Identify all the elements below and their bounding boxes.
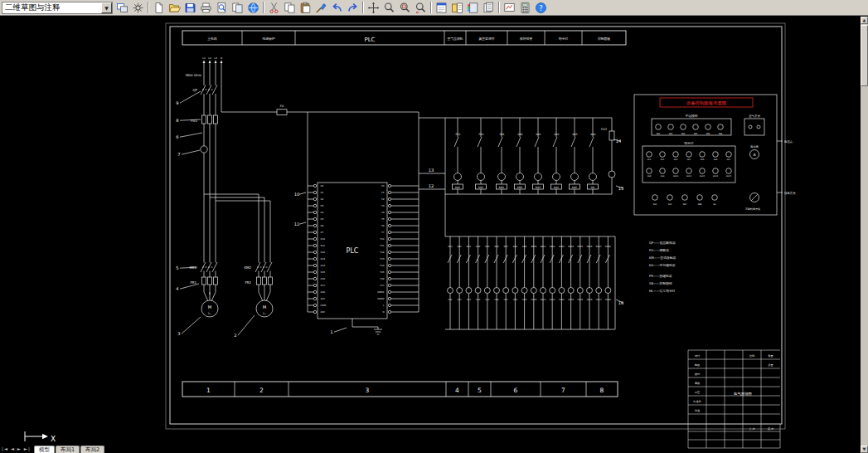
lamp-label: HL7 bbox=[504, 299, 508, 301]
redo-button[interactable] bbox=[345, 1, 361, 15]
zoom-previous-button[interactable] bbox=[413, 1, 429, 15]
save-icon bbox=[184, 2, 196, 14]
plc-input-label: X20 bbox=[321, 290, 326, 294]
layout-tab[interactable]: 布局1 bbox=[56, 446, 80, 453]
lamp-contact-label: KA7 bbox=[504, 246, 508, 248]
plc-terminal bbox=[313, 204, 316, 207]
save-button[interactable] bbox=[182, 1, 198, 15]
zoom-realtime-button[interactable] bbox=[381, 1, 397, 15]
indicator-lamp bbox=[550, 288, 555, 294]
contact-label: KA2 bbox=[554, 133, 559, 136]
panel-button-label: SB1 bbox=[657, 133, 661, 135]
coil-label: KM1 bbox=[499, 186, 505, 189]
scroll-thumb[interactable] bbox=[861, 25, 868, 86]
plc-input-label: COM bbox=[321, 304, 327, 307]
match-properties-button[interactable] bbox=[313, 1, 329, 15]
toolbar-buttons: ? bbox=[114, 0, 549, 16]
workspace-combo[interactable]: 二维草图与注释 ▼ bbox=[2, 2, 113, 14]
contact-tick bbox=[553, 137, 557, 147]
qnew-button[interactable] bbox=[151, 1, 167, 15]
layout-tab[interactable]: 模型 bbox=[34, 446, 55, 453]
lamp-contact-label: KA12 bbox=[550, 246, 555, 248]
paste-button[interactable] bbox=[298, 1, 313, 15]
tab-nav-icons[interactable]: |◄ ◄ ► ►| bbox=[2, 446, 31, 453]
callout-number: 3 bbox=[177, 331, 180, 336]
indicator-lamp bbox=[531, 288, 536, 294]
layout-tab[interactable]: 布局2 bbox=[80, 446, 104, 453]
relay-coil bbox=[571, 173, 579, 181]
toolbar-separator bbox=[362, 2, 364, 13]
contact-tick bbox=[550, 255, 554, 263]
lamp-label: HL1 bbox=[448, 299, 452, 301]
properties-button[interactable] bbox=[434, 1, 449, 15]
design-center-button[interactable] bbox=[449, 1, 465, 15]
plc-input-label: X13 bbox=[321, 257, 326, 261]
plc-output-label: Y0 bbox=[381, 184, 385, 188]
plc-terminal bbox=[313, 290, 316, 293]
plc-input-label: X21 bbox=[321, 297, 326, 300]
drawing-canvas[interactable]: 380V 50Hz L1 L2 L3 N QF FU1 FU FU2 KM1 K… bbox=[0, 17, 861, 453]
motor1-sub: 3~ bbox=[208, 312, 212, 315]
cut-button[interactable] bbox=[266, 1, 282, 15]
markup-button[interactable] bbox=[502, 1, 517, 15]
lamp-contact-label: KA9 bbox=[522, 246, 526, 248]
publish-button[interactable] bbox=[230, 1, 245, 15]
quick-calc-button[interactable] bbox=[517, 1, 533, 15]
lamp-contact-label: KA8 bbox=[513, 246, 517, 248]
plc-terminal bbox=[313, 191, 316, 193]
plc-terminal bbox=[313, 244, 316, 246]
plot-preview-icon bbox=[216, 2, 228, 14]
panel-button bbox=[693, 124, 699, 130]
vertical-scrollbar[interactable]: ▲ ▼ bbox=[861, 17, 868, 453]
help-icon: ? bbox=[535, 2, 547, 14]
workspace-combo-value: 二维草图与注释 bbox=[2, 2, 101, 13]
panel-control bbox=[667, 195, 673, 201]
etransmit-button[interactable] bbox=[245, 1, 261, 15]
properties-icon bbox=[435, 2, 448, 14]
panel-lamp bbox=[673, 152, 679, 158]
lamp-contact-label: KA1 bbox=[448, 246, 452, 248]
match-properties-icon bbox=[315, 2, 327, 14]
sheet-set-button[interactable] bbox=[481, 1, 497, 15]
callout-number: 5 bbox=[176, 265, 178, 270]
plot-button[interactable] bbox=[198, 1, 214, 15]
open-button[interactable] bbox=[167, 1, 182, 15]
plot-preview-button[interactable] bbox=[214, 1, 230, 15]
plc-terminal bbox=[313, 284, 316, 286]
scroll-down-icon[interactable]: ▼ bbox=[861, 446, 868, 453]
fu1-label: FU1 bbox=[191, 119, 197, 123]
indicator-lamp bbox=[484, 288, 490, 294]
help-button[interactable]: ? bbox=[533, 1, 549, 15]
toolbar-separator bbox=[430, 2, 432, 13]
panel-control bbox=[652, 195, 658, 201]
plc-input-label: 24V bbox=[321, 310, 326, 314]
relay-coil bbox=[535, 173, 542, 181]
plc-output-label: N bbox=[382, 310, 384, 314]
lamp-label: HL4 bbox=[476, 299, 480, 301]
motor2-sub: 3~ bbox=[263, 312, 267, 315]
contact-tick bbox=[522, 255, 526, 263]
relay-coil bbox=[454, 173, 462, 181]
zoom-window-button[interactable] bbox=[397, 1, 413, 15]
phase-label: L3 bbox=[214, 56, 217, 60]
panel-button-label: SB4 bbox=[694, 133, 698, 135]
undo-button[interactable] bbox=[329, 1, 345, 15]
copy-button[interactable] bbox=[282, 1, 298, 15]
chevron-down-icon[interactable]: ▼ bbox=[101, 2, 112, 13]
contact-tick bbox=[596, 255, 600, 263]
panel-lamp-label: HL12 bbox=[700, 175, 706, 178]
plc-output-label: Y15 bbox=[380, 270, 384, 274]
titleblock-cell-label: 质量 bbox=[768, 363, 773, 367]
plc-label: PLC bbox=[347, 247, 359, 255]
schematic-drawing: 380V 50Hz L1 L2 L3 N QF FU1 FU FU2 KM1 K… bbox=[0, 17, 861, 453]
workspace-settings-button[interactable] bbox=[130, 1, 146, 15]
workspace-button[interactable] bbox=[114, 1, 130, 15]
scroll-up-icon[interactable]: ▲ bbox=[861, 17, 868, 24]
undo-icon bbox=[331, 2, 343, 14]
toolbar-separator bbox=[263, 2, 264, 13]
panel-lamps-label: 指示灯 bbox=[684, 141, 694, 145]
tool-palettes-button[interactable] bbox=[465, 1, 481, 15]
panel-lamp-label: HL6 bbox=[714, 158, 718, 161]
plc-output-label: Y10 bbox=[380, 237, 384, 241]
pan-button[interactable] bbox=[366, 1, 381, 15]
